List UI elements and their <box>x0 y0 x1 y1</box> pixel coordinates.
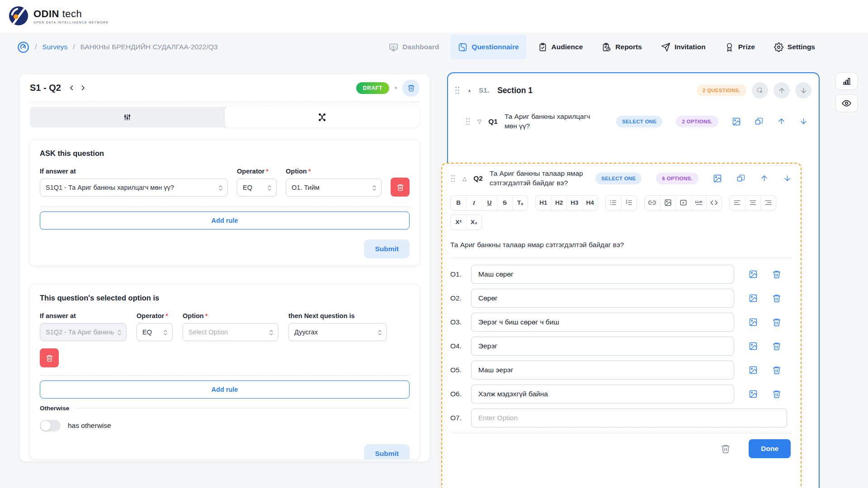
tab-settings[interactable] <box>30 107 225 127</box>
option-image-icon[interactable] <box>749 366 758 375</box>
arrow-up-icon[interactable] <box>760 174 769 183</box>
option-trash-icon[interactable] <box>772 366 781 375</box>
stats-tool-button[interactable] <box>835 72 858 90</box>
arrow-down-icon[interactable] <box>799 117 808 126</box>
delete-question-button[interactable] <box>402 80 420 97</box>
logic-panel: S1 - Q2 DRAFT <box>20 74 429 461</box>
video-icon[interactable] <box>675 196 691 210</box>
h4-button[interactable]: H4 <box>582 196 598 210</box>
gear-icon <box>774 42 783 52</box>
option-image-icon[interactable] <box>749 294 758 303</box>
operator-select[interactable]: EQ <box>137 323 173 341</box>
option-image-icon[interactable] <box>749 342 758 351</box>
align-right-icon[interactable] <box>760 196 776 210</box>
arrow-down-icon[interactable] <box>783 174 792 183</box>
subscript-button[interactable]: X₂ <box>466 215 481 230</box>
nav-item-reports[interactable]: Reports <box>594 35 650 59</box>
h3-button[interactable]: H3 <box>566 196 582 210</box>
submit-button[interactable]: Submit <box>364 444 410 459</box>
nav-item-settings[interactable]: Settings <box>766 35 823 59</box>
code-icon[interactable] <box>706 196 722 210</box>
breadcrumb-survey-title: БАНКНЫ БРЕНДИЙН СУДАЛГАА-2022/Q3 <box>80 43 218 51</box>
tab-branching-logic[interactable] <box>225 107 420 127</box>
option-image-icon[interactable] <box>749 270 758 279</box>
drag-handle-icon[interactable] <box>454 85 460 95</box>
nav-item-prize[interactable]: Prize <box>717 35 763 59</box>
italic-button[interactable]: I <box>466 196 481 210</box>
divider <box>75 408 410 408</box>
option-trash-icon[interactable] <box>772 270 781 279</box>
option-input[interactable]: Маш эерэг <box>471 361 734 380</box>
option-input[interactable]: Маш сөрөг <box>471 265 734 284</box>
ordered-list-icon[interactable]: 12 <box>621 196 637 210</box>
operator-select[interactable]: EQ <box>237 178 277 197</box>
underline-button[interactable]: U <box>481 196 497 210</box>
h1-button[interactable]: H1 <box>536 196 551 210</box>
bullet-list-icon[interactable] <box>606 196 621 210</box>
option-select[interactable]: O1. Тийм <box>286 178 382 197</box>
odin-home-icon[interactable] <box>17 41 29 53</box>
align-center-icon[interactable] <box>745 196 760 210</box>
move-section-down-button[interactable] <box>795 82 811 99</box>
option-input[interactable]: Эерэг ч биш сөрөг ч биш <box>471 313 734 332</box>
align-left-icon[interactable] <box>730 196 745 210</box>
copy-icon[interactable] <box>755 117 764 126</box>
superscript-button[interactable]: X² <box>451 215 466 230</box>
add-rule-button[interactable]: Add rule <box>40 380 410 399</box>
option-image-icon[interactable] <box>749 318 758 327</box>
arrow-up-icon[interactable] <box>777 117 786 126</box>
nav-item-questionnaire[interactable]: Questionnaire <box>450 35 526 59</box>
new-option-input[interactable] <box>471 408 787 427</box>
chevron-updown-icon <box>372 184 377 192</box>
image-icon[interactable] <box>732 117 741 126</box>
duplicate-section-button[interactable] <box>752 82 768 99</box>
option-image-icon[interactable] <box>749 389 758 399</box>
option-trash-icon[interactable] <box>772 318 781 327</box>
option-input[interactable]: Сөрөг <box>471 289 734 308</box>
preview-tool-button[interactable] <box>835 94 858 112</box>
next-question-button[interactable] <box>80 84 86 91</box>
option-input[interactable]: Хэлж мэдэхгүй байна <box>471 385 734 404</box>
status-badge: DRAFT <box>356 82 389 94</box>
link-icon[interactable] <box>645 196 660 210</box>
option-trash-icon[interactable] <box>772 389 781 399</box>
breadcrumb-separator: / <box>35 43 37 51</box>
collapse-section-icon[interactable]: ▲ <box>467 89 472 93</box>
nav-item-dashboard[interactable]: Dashboard <box>381 35 447 59</box>
delete-rule-button[interactable] <box>391 178 410 197</box>
copy-icon[interactable] <box>736 174 745 183</box>
move-section-up-button[interactable] <box>774 82 790 99</box>
prev-question-button[interactable] <box>68 84 75 91</box>
submit-button[interactable]: Submit <box>364 239 410 258</box>
if-answer-select[interactable]: S1Q1 - Та Ариг банкны харилцагч мөн үү? <box>40 178 228 197</box>
option-select[interactable]: Select Option <box>183 323 278 341</box>
image-icon[interactable] <box>713 174 722 183</box>
blockquote-icon[interactable] <box>691 196 706 210</box>
next-question-select[interactable]: Дуусгах <box>288 323 387 341</box>
drag-handle-icon[interactable] <box>450 174 456 183</box>
nav-item-audience[interactable]: Audience <box>530 35 591 59</box>
clear-format-button[interactable]: Tₓ <box>512 196 528 210</box>
insert-image-icon[interactable] <box>660 196 675 210</box>
trash-icon <box>46 354 53 362</box>
drag-handle-icon[interactable] <box>465 117 471 126</box>
expand-question-icon[interactable]: ▽ <box>477 119 481 124</box>
collapse-question-icon[interactable]: △ <box>462 176 467 181</box>
option-trash-icon[interactable] <box>772 294 781 303</box>
breadcrumb-surveys-link[interactable]: Surveys <box>42 43 67 51</box>
delete-question-icon[interactable] <box>721 444 731 454</box>
bold-button[interactable]: B <box>451 196 466 210</box>
option-trash-icon[interactable] <box>772 342 781 351</box>
h2-button[interactable]: H2 <box>551 196 566 210</box>
question-body-text[interactable]: Та Ариг банкны талаар ямар сэтгэгдэлтэй … <box>450 241 792 249</box>
brand-logo[interactable]: ODIN tech OPEN DATA INTELLIGENCE NETWORK <box>8 5 109 26</box>
delete-rule-button[interactable] <box>40 348 59 367</box>
editor-toolbar: B I U S Tₓ H1 H2 H3 H4 12 <box>450 195 792 211</box>
nav-item-invitation[interactable]: Invitation <box>653 35 713 59</box>
options-list: O1. Маш сөрөг O2. Сөрөг O3. Эерэг ч биш … <box>450 265 792 427</box>
done-button[interactable]: Done <box>749 439 791 458</box>
option-input[interactable]: Эерэг <box>471 337 734 356</box>
add-rule-button[interactable]: Add rule <box>40 211 410 230</box>
strikethrough-button[interactable]: S <box>497 196 512 210</box>
has-otherwise-toggle[interactable] <box>40 420 61 432</box>
